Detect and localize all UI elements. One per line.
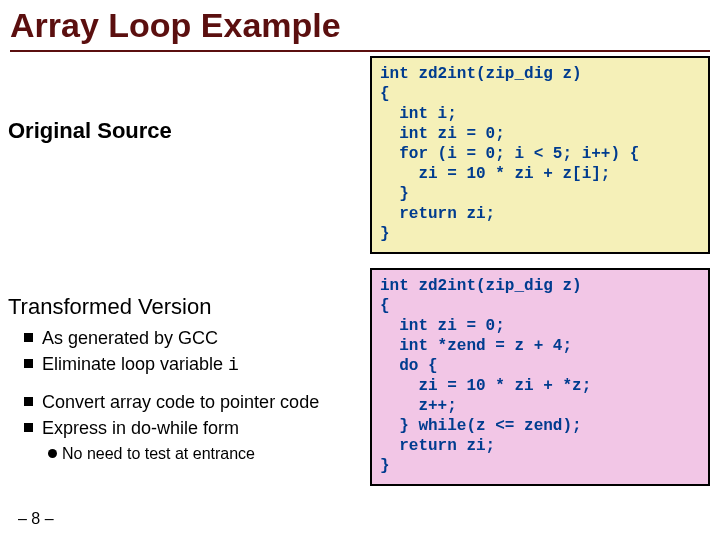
heading-original-source: Original Source [8,118,363,144]
bullet-list: Convert array code to pointer code Expre… [8,390,363,465]
bullet-item: As generated by GCC [8,326,363,350]
spacer [8,378,363,388]
bullet-subitem: No need to test at entrance [8,444,363,465]
slide: Array Loop Example Original Source Trans… [0,0,720,540]
inline-code: i [228,355,239,375]
heading-transformed-version: Transformed Version [8,294,363,320]
bullet-item: Convert array code to pointer code [8,390,363,414]
left-column: Original Source Transformed Version As g… [8,60,363,465]
slide-title: Array Loop Example [10,6,341,45]
code-original: int zd2int(zip_dig z) { int i; int zi = … [370,56,710,254]
code-transformed: int zd2int(zip_dig z) { int zi = 0; int … [370,268,710,486]
title-underline [10,50,710,52]
bullet-text: Eliminate loop variable [42,354,228,374]
bullet-item: Express in do-while form [8,416,363,440]
right-column: int zd2int(zip_dig z) { int i; int zi = … [370,56,710,486]
page-number: – 8 – [18,510,54,528]
bullet-list: As generated by GCC Eliminate loop varia… [8,326,363,378]
bullet-item: Eliminate loop variable i [8,352,363,377]
